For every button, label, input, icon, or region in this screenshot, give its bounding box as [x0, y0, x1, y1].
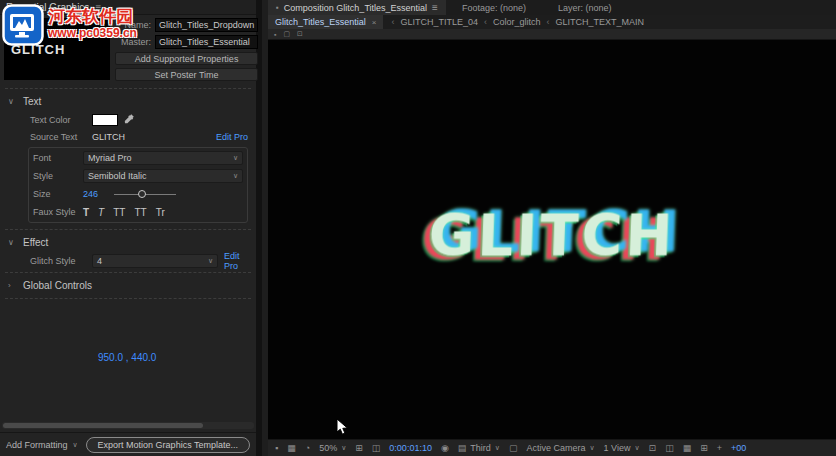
breadcrumb-item[interactable]: Color_glitch	[493, 17, 541, 27]
app-root: Essential Graphics ≡ GLITCH Name: Glitch…	[0, 0, 836, 456]
add-formatting-label: Add Formatting	[6, 440, 68, 450]
global-controls-header[interactable]: › Global Controls	[0, 276, 256, 295]
small-caps-button[interactable]: TT	[134, 207, 146, 218]
edit-properties-link[interactable]: Edit Pro	[216, 132, 248, 142]
separator	[5, 88, 251, 89]
mask-visibility-icon[interactable]: ◫	[372, 443, 381, 453]
collapse-chevron-icon[interactable]: ∨	[8, 238, 16, 247]
panel-menu-icon[interactable]: ≡	[432, 2, 438, 13]
add-formatting-select[interactable]: Add Formatting ∨	[6, 440, 78, 450]
font-value: Myriad Pro	[88, 153, 132, 163]
template-summary: GLITCH Name: Glitch_Titles_Dropdown Mast…	[0, 15, 256, 85]
breadcrumb: ‹ GLITCH_TITLE_04 ‹ Color_glitch ‹ GLITC…	[383, 17, 652, 27]
faux-style-buttons: T T TT TT Tr	[83, 207, 165, 218]
breadcrumb-chevron-icon: ‹	[546, 17, 549, 27]
comp-tab-label: Glitch_Titles_Essential	[275, 17, 366, 27]
global-controls-title: Global Controls	[23, 280, 92, 291]
name-label: Name:	[115, 20, 151, 30]
superscript-button[interactable]: Tr	[156, 207, 165, 218]
grid-guides-icon[interactable]: ⊞	[355, 443, 363, 453]
text-color-swatch[interactable]	[92, 114, 118, 126]
faux-style-label: Faux Style	[33, 207, 77, 217]
glitch-style-select[interactable]: 4 ∨	[92, 254, 218, 268]
snapshot-icon[interactable]: ◉	[441, 443, 449, 453]
breadcrumb-item[interactable]: GLITCH_TEXT_MAIN	[555, 17, 644, 27]
viewer-option-icon[interactable]: ▪	[274, 31, 276, 38]
source-text-value[interactable]: GLITCH	[92, 132, 125, 142]
viewer-option-icon[interactable]: ⊡	[297, 30, 303, 38]
expand-chevron-icon[interactable]: ›	[8, 281, 16, 290]
region-of-interest-icon[interactable]: ▢	[509, 443, 518, 453]
composition-panel: ▪ Composition Glitch_Titles_Essential ≡ …	[268, 0, 836, 456]
resolution-icon: ▤	[458, 443, 467, 453]
export-template-button[interactable]: Export Motion Graphics Template...	[86, 437, 250, 453]
close-icon[interactable]: ×	[372, 18, 377, 27]
chevron-down-icon: ∨	[634, 444, 639, 452]
timeline-icon[interactable]: ▦	[683, 443, 692, 453]
tab-footage[interactable]: Footage: (none)	[446, 3, 542, 13]
add-supported-properties-button[interactable]: Add Supported Properties	[115, 52, 258, 65]
resolution-select[interactable]: ▤ Third ∨	[458, 443, 500, 453]
breadcrumb-chevron-icon: ‹	[484, 17, 487, 27]
essential-graphics-header: Essential Graphics ≡	[0, 0, 256, 15]
font-style-select[interactable]: Semibold Italic ∨	[83, 169, 243, 183]
template-fields: Name: Glitch_Titles_Dropdown Master: Gli…	[115, 18, 258, 81]
master-label: Master:	[115, 37, 151, 47]
always-preview-icon[interactable]: ▪	[275, 443, 278, 453]
channels-icon[interactable]: ◔	[305, 443, 310, 453]
separator	[5, 229, 251, 230]
viewer-option-icon[interactable]: ▢	[283, 30, 290, 38]
chevron-down-icon: ∨	[208, 257, 213, 265]
exposure-reset-icon[interactable]: +	[717, 443, 722, 453]
horizontal-scrollbar[interactable]	[2, 422, 254, 429]
source-text-label: Source Text	[30, 132, 86, 142]
composition-tab-strip: Glitch_Titles_Essential × ‹ GLITCH_TITLE…	[268, 15, 836, 29]
all-caps-button[interactable]: TT	[113, 207, 125, 218]
glitch-style-value: 4	[97, 256, 102, 266]
master-comp-select[interactable]: Glitch_Titles_Essential	[155, 35, 258, 49]
magnification-grid-icon[interactable]: ▦	[287, 443, 296, 453]
font-select[interactable]: Myriad Pro ∨	[83, 151, 243, 165]
camera-view-value: Active Camera	[526, 443, 585, 453]
slider-knob[interactable]	[138, 190, 146, 198]
glitch-style-label: Glitch Style	[30, 256, 86, 266]
composition-viewer[interactable]: GLITCH	[268, 40, 836, 439]
view-layout-value: 1 View	[604, 443, 631, 453]
active-comp-tab[interactable]: Glitch_Titles_Essential ×	[268, 15, 383, 29]
tab-composition[interactable]: ▪ Composition Glitch_Titles_Essential ≡	[268, 0, 446, 15]
eyedropper-icon[interactable]	[124, 113, 135, 126]
zoom-select[interactable]: 50% ∨	[319, 443, 346, 453]
current-time-value[interactable]: 0:00:01:10	[389, 443, 432, 453]
font-style-value: Semibold Italic	[88, 171, 147, 181]
effect-section-title: Effect	[23, 237, 48, 248]
pixel-aspect-icon[interactable]: ⊡	[649, 443, 657, 453]
view-layout-select[interactable]: 1 View ∨	[604, 443, 640, 453]
effect-section-header[interactable]: ∨ Effect	[0, 233, 256, 252]
text-color-row: Text Color	[0, 111, 256, 128]
faux-bold-button[interactable]: T	[83, 207, 89, 218]
resolution-value: Third	[470, 443, 491, 453]
chevron-down-icon: ∨	[589, 444, 594, 452]
set-poster-time-button[interactable]: Set Poster Time	[115, 68, 258, 81]
panel-tab-bar: ▪ Composition Glitch_Titles_Essential ≡ …	[268, 0, 836, 15]
font-size-slider[interactable]	[114, 188, 176, 200]
glitch-style-row: Glitch Style 4 ∨ Edit Pro	[0, 252, 256, 269]
breadcrumb-chevron-icon: ‹	[391, 17, 394, 27]
collapse-chevron-icon[interactable]: ∨	[8, 97, 16, 106]
breadcrumb-item[interactable]: GLITCH_TITLE_04	[400, 17, 478, 27]
exposure-value[interactable]: +00	[731, 443, 746, 453]
coordinates-value[interactable]: 950.0 , 440.0	[98, 352, 156, 363]
separator	[5, 298, 251, 299]
scrollbar-thumb[interactable]	[3, 423, 203, 428]
edit-properties-link[interactable]: Edit Pro	[224, 251, 248, 271]
name-input[interactable]: Glitch_Titles_Dropdown	[155, 18, 258, 32]
faux-italic-button[interactable]: T	[98, 207, 104, 218]
panel-menu-icon[interactable]: ≡	[95, 2, 101, 13]
text-section-header[interactable]: ∨ Text	[0, 92, 256, 111]
faux-style-row: Faux Style T T TT TT Tr	[33, 204, 243, 220]
camera-view-select[interactable]: Active Camera ∨	[526, 443, 594, 453]
font-size-value[interactable]: 246	[83, 189, 98, 199]
tab-layer[interactable]: Layer: (none)	[542, 3, 628, 13]
flowchart-icon[interactable]: ⊞	[700, 443, 708, 453]
fast-preview-icon[interactable]: ◫	[665, 443, 674, 453]
